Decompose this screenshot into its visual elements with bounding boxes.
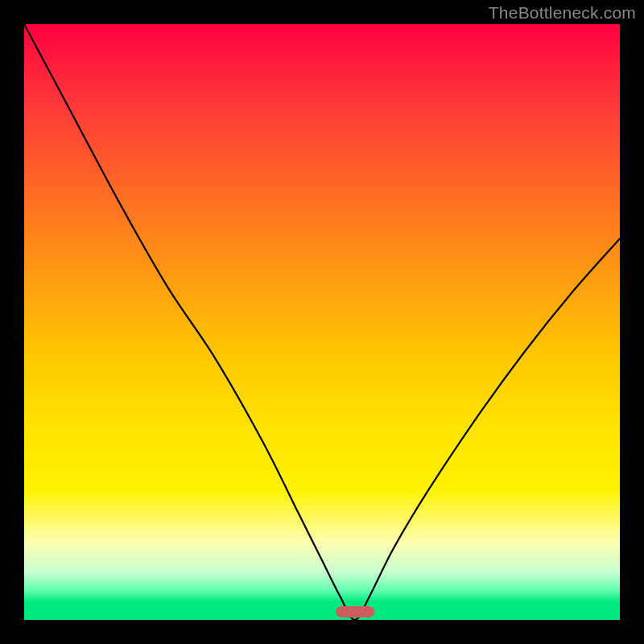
watermark-text: TheBottleneck.com bbox=[489, 3, 636, 23]
bottleneck-curve bbox=[24, 24, 620, 620]
curve-path bbox=[24, 24, 620, 620]
optimum-marker bbox=[336, 606, 374, 617]
chart-frame: TheBottleneck.com bbox=[0, 0, 644, 644]
